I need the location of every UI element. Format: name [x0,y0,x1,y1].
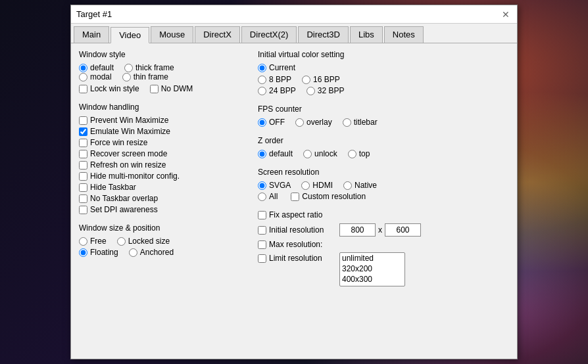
color-bpp-row2: 24 BPP 32 BPP [258,86,509,95]
right-column: Initial virtual color setting Current 8 … [258,50,509,290]
tab-main[interactable]: Main [74,26,109,43]
max-resolution-row: Max resolution: [258,240,509,249]
color-setting-title: Initial virtual color setting [258,50,509,59]
window-style-section: Window style default thick frame modal [79,50,250,93]
radio-fps-overlay[interactable]: overlay [295,118,332,127]
window-size-title: Window size & position [79,223,250,233]
check-max-resolution[interactable]: Max resolution: [258,240,322,249]
close-button[interactable]: ✕ [500,9,512,20]
left-column: Window style default thick frame modal [79,50,250,290]
tab-directx[interactable]: DirectX [195,26,240,43]
window-style-radio-row1: default thick frame [79,63,250,72]
check-custom-resolution[interactable]: Fix aspect ratio [258,210,509,219]
tab-mouse[interactable]: Mouse [151,26,193,43]
fps-counter-section: FPS counter OFF overlay titlebar [258,104,509,127]
radio-native[interactable]: Native [343,181,377,190]
radio-z-top[interactable]: top [348,149,370,158]
z-order-section: Z order default unlock top [258,136,509,158]
limit-resolution-row: Limit resolution unlimited 320x200 400x3… [258,252,509,286]
radio-32bpp[interactable]: 32 BPP [306,86,345,95]
check-set-dpi-awareness[interactable]: Set DPI awareness [79,205,250,214]
fps-counter-title: FPS counter [258,104,509,114]
window-handling-title: Window handling [79,102,250,112]
check-prevent-win-maximize[interactable]: Prevent Win Maximize [79,116,250,125]
screen-res-row2: All Custom resolution [258,192,509,201]
tab-notes[interactable]: Notes [384,26,424,43]
radio-default[interactable]: default [79,63,114,72]
check-recover-screen-mode[interactable]: Recover screen mode [79,149,250,158]
check-hide-taskbar[interactable]: Hide Taskbar [79,183,250,192]
window-size-row1: Free Locked size [79,237,250,246]
radio-fps-off[interactable]: OFF [258,118,285,127]
check-no-taskbar-overlap[interactable]: No Taskbar overlap [79,194,250,203]
radio-hdmi[interactable]: HDMI [301,181,333,190]
window-handling-section: Window handling Prevent Win Maximize Emu… [79,102,250,214]
radio-z-unlock[interactable]: unlock [303,149,337,158]
dialog: Target #1 ✕ Main Video Mouse DirectX Dir… [70,5,518,359]
tab-content: Window style default thick frame modal [71,43,517,296]
window-size-row2: Floating Anchored [79,248,250,257]
radio-thick-frame[interactable]: thick frame [124,63,174,72]
check-refresh-on-win-resize[interactable]: Refresh on win resize [79,160,250,170]
screen-resolution-title: Screen resolution [258,168,509,177]
check-initial-resolution[interactable]: Initial resolution [258,225,337,235]
screen-res-row1: SVGA HDMI Native [258,181,509,190]
check-no-dwm[interactable]: No DWM [150,84,193,93]
color-bpp-row1: 8 BPP 16 BPP [258,75,509,84]
check-hide-multi-monitor[interactable]: Hide multi-monitor config. [79,171,250,181]
color-setting-section: Initial virtual color setting Current 8 … [258,50,509,95]
check-fix-aspect-ratio[interactable]: Custom resolution [291,192,366,201]
window-size-section: Window size & position Free Locked size … [79,223,250,257]
initial-resolution-width[interactable] [339,223,376,237]
check-limit-resolution[interactable]: Limit resolution [258,254,337,263]
radio-8bpp[interactable]: 8 BPP [258,75,291,84]
window-style-title: Window style [79,50,250,59]
radio-anchored[interactable]: Anchored [129,248,174,257]
radio-svga[interactable]: SVGA [258,181,291,190]
dialog-title: Target #1 [76,9,112,19]
fps-radio-row: OFF overlay titlebar [258,118,509,127]
z-order-title: Z order [258,136,509,145]
radio-fps-titlebar[interactable]: titlebar [343,118,378,127]
radio-24bpp[interactable]: 24 BPP [258,86,296,95]
tab-direct3d[interactable]: Direct3D [298,26,349,43]
radio-modal[interactable]: modal [79,72,112,81]
custom-resolution-section: Fix aspect ratio [258,210,509,219]
check-force-win-resize[interactable]: Force win resize [79,138,250,147]
title-bar: Target #1 ✕ [71,5,517,24]
window-style-check-row: Lock win style No DWM [79,84,250,93]
initial-resolution-row: Initial resolution x [258,223,509,237]
initial-resolution-height[interactable] [385,223,421,237]
radio-z-default[interactable]: default [258,149,293,158]
window-style-radio-row2: modal thin frame [79,72,250,81]
radio-floating[interactable]: Floating [79,248,118,257]
tab-directx2[interactable]: DirectX(2) [241,26,297,43]
z-order-radio-row: default unlock top [258,149,509,158]
radio-locked-size[interactable]: Locked size [117,237,170,246]
tab-bar: Main Video Mouse DirectX DirectX(2) Dire… [71,24,517,43]
limit-resolution-listbox[interactable]: unlimited 320x200 400x300 [339,252,405,286]
check-emulate-win-maximize[interactable]: Emulate Win Maximize [79,127,250,136]
check-lock-win-style[interactable]: Lock win style [79,84,139,93]
radio-free[interactable]: Free [79,237,107,246]
screen-resolution-section: Screen resolution SVGA HDMI Native [258,168,509,201]
tab-video[interactable]: Video [110,27,149,43]
radio-current[interactable]: Current [258,63,509,72]
tab-libs[interactable]: Libs [350,26,383,43]
radio-thin-frame[interactable]: thin frame [122,72,168,81]
radio-16bpp[interactable]: 16 BPP [302,75,340,84]
radio-all[interactable]: All [258,192,278,201]
